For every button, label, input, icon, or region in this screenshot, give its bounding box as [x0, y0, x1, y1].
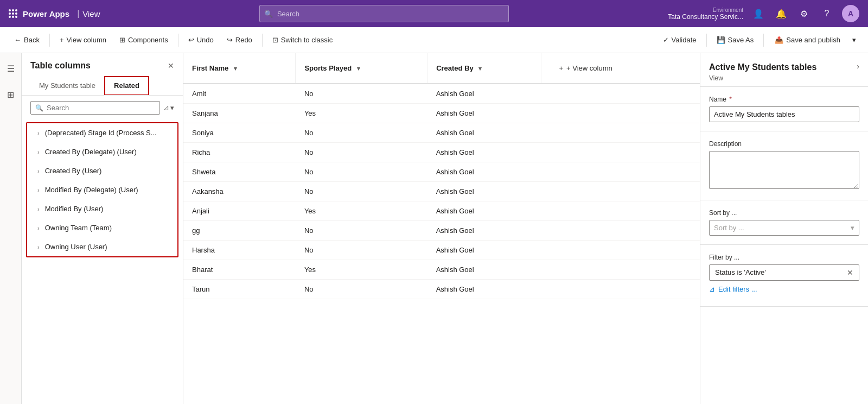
related-item-label-1: Created By (Delegate) (User)	[45, 148, 137, 156]
rp-edit-filters-button[interactable]: ⊿ Edit filters ...	[709, 281, 757, 298]
cell-created-by: Ashish Goel	[427, 241, 541, 260]
undo-button[interactable]: ↩ Undo	[183, 33, 219, 47]
validate-button[interactable]: ✓ Validate	[658, 33, 702, 47]
left-panel: ☰ ⊞ Table columns ✕ My Students table Re…	[0, 53, 183, 404]
redo-button[interactable]: ↪ Redo	[221, 33, 258, 47]
save-dropdown-btn[interactable]: ▾	[849, 33, 859, 47]
rp-sort-dropdown[interactable]: Sort by ... ▾	[709, 220, 859, 236]
redo-label: Redo	[235, 36, 252, 44]
rp-filter-section: Filter by ... Status is 'Active' ✕ ⊿ Edi…	[700, 245, 868, 307]
related-item-label-3: Modified By (Delegate) (User)	[45, 186, 138, 194]
col-created-by[interactable]: Created By ▾	[427, 53, 541, 84]
related-list: › (Deprecated) Stage Id (Process S... › …	[22, 120, 183, 404]
search-icon: 🔍	[264, 10, 273, 18]
nav-right-actions: Environment Tata Consultancy Servic... 👤…	[668, 5, 859, 22]
table-body: Amit No Ashish Goel Sanjana Yes Ashish G…	[183, 84, 700, 299]
table-row: Richa No Ashish Goel	[183, 143, 700, 162]
related-item-label-6: Owning User (User)	[45, 243, 107, 251]
cell-first-name: gg	[183, 221, 296, 241]
cell-empty	[541, 280, 700, 299]
sidebar-menu-icon[interactable]: ☰	[2, 60, 20, 77]
cell-first-name: Soniya	[183, 123, 296, 143]
data-grid: First Name ▾ Sports Played ▾ Created By …	[183, 53, 700, 404]
col-first-name-sort-icon: ▾	[234, 65, 237, 72]
top-nav: Power Apps | View 🔍 Environment Tata Con…	[0, 0, 868, 27]
col-first-name[interactable]: First Name ▾	[183, 53, 296, 84]
col-sports-played[interactable]: Sports Played ▾	[296, 53, 427, 84]
related-item-0[interactable]: › (Deprecated) Stage Id (Process S...	[27, 123, 177, 142]
related-item-label-2: Created By (User)	[45, 167, 102, 175]
search-wrapper: 🔍	[259, 5, 509, 22]
tab-my-students[interactable]: My Students table	[30, 76, 104, 95]
components-icon: ⊞	[119, 36, 125, 44]
related-item-label-0: (Deprecated) Stage Id (Process S...	[45, 129, 157, 137]
cell-first-name: Bharat	[183, 260, 296, 280]
filter-dropdown-btn[interactable]: ⊿ ▾	[163, 104, 174, 112]
rp-filter-remove-button[interactable]: ✕	[847, 268, 853, 277]
settings-icon-btn[interactable]: ⚙	[796, 6, 812, 21]
col-created-by-label: Created By	[436, 64, 474, 72]
related-item-4[interactable]: › Modified By (User)	[27, 199, 177, 218]
search-area: 🔍	[100, 5, 668, 22]
filter-icon: ⊿	[163, 104, 169, 112]
related-item-6[interactable]: › Owning User (User)	[27, 237, 177, 256]
user-avatar[interactable]: A	[842, 5, 859, 22]
cell-first-name: Tarun	[183, 280, 296, 299]
rp-description-section: Description	[700, 131, 868, 200]
side-icons: ☰ ⊞	[0, 53, 22, 404]
toolbar-divider-1	[49, 34, 50, 47]
back-button[interactable]: ← Back	[9, 33, 45, 47]
notification-icon-btn[interactable]: 🔔	[774, 6, 789, 21]
related-item-3[interactable]: › Modified By (Delegate) (User)	[27, 180, 177, 199]
tab-related[interactable]: Related	[104, 76, 149, 95]
person-icon-btn[interactable]: 👤	[751, 6, 766, 21]
cell-empty	[541, 104, 700, 123]
data-area: First Name ▾ Sports Played ▾ Created By …	[183, 53, 700, 404]
rp-name-input[interactable]	[709, 106, 859, 122]
switch-classic-button[interactable]: ⊡ Switch to classic	[267, 33, 338, 47]
cell-sports-played: Yes	[296, 260, 427, 280]
app-grid-icon[interactable]	[9, 9, 17, 18]
add-view-column-button[interactable]: + + View column	[550, 59, 621, 78]
related-item-1[interactable]: › Created By (Delegate) (User)	[27, 142, 177, 161]
cell-empty	[541, 162, 700, 182]
rp-expand-button[interactable]: ›	[857, 62, 859, 71]
help-icon-btn[interactable]: ?	[819, 6, 834, 21]
cell-first-name: Aakansha	[183, 182, 296, 201]
add-col-plus-icon: +	[559, 64, 563, 72]
rp-subtitle: View	[709, 74, 816, 82]
chevron-icon-4: ›	[37, 206, 40, 212]
toolbar: ← Back + View column ⊞ Components ↩ Undo…	[0, 27, 868, 53]
add-column-header[interactable]: + + View column	[541, 53, 700, 84]
save-as-button[interactable]: 💾 Save As	[711, 33, 760, 47]
table-row: Tarun No Ashish Goel	[183, 280, 700, 299]
cell-empty	[541, 201, 700, 221]
sidebar-grid-icon[interactable]: ⊞	[2, 86, 20, 103]
panel-search-input[interactable]	[47, 104, 155, 112]
cell-created-by: Ashish Goel	[427, 201, 541, 221]
save-publish-label: Save and publish	[786, 36, 840, 44]
view-column-button[interactable]: + View column	[54, 33, 112, 47]
related-item-5[interactable]: › Owning Team (Team)	[27, 218, 177, 237]
panel-search-area: 🔍 ⊿ ▾	[22, 96, 183, 120]
table-row: Harsha No Ashish Goel	[183, 241, 700, 260]
cell-empty	[541, 221, 700, 241]
components-button[interactable]: ⊞ Components	[114, 33, 174, 47]
cell-first-name: Anjali	[183, 201, 296, 221]
chevron-icon-0: ›	[37, 130, 40, 136]
search-input[interactable]	[259, 5, 509, 22]
save-publish-button[interactable]: 📤 Save and publish	[768, 33, 847, 47]
rp-filter-value: Status is 'Active'	[715, 268, 766, 276]
cell-empty	[541, 84, 700, 104]
panel-close-button[interactable]: ✕	[168, 61, 174, 70]
rp-description-textarea[interactable]	[709, 151, 859, 189]
header-row: First Name ▾ Sports Played ▾ Created By …	[183, 53, 700, 84]
rp-name-section: Name *	[700, 87, 868, 131]
related-item-2[interactable]: › Created By (User)	[27, 161, 177, 180]
rp-sort-section: Sort by ... Sort by ... ▾	[700, 200, 868, 245]
toolbar-right: ✓ Validate 💾 Save As 📤 Save and publish …	[658, 33, 859, 47]
rp-name-label-text: Name	[709, 96, 726, 103]
components-label: Components	[128, 36, 168, 44]
rp-sort-chevron-icon: ▾	[851, 224, 854, 232]
chevron-icon-6: ›	[37, 244, 40, 250]
